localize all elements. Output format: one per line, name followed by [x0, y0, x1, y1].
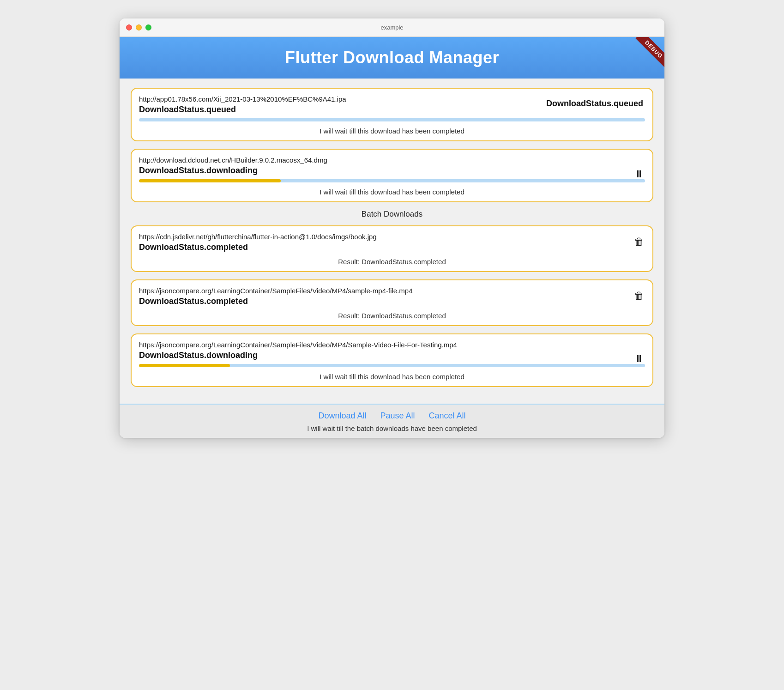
title-bar: example	[120, 18, 664, 37]
progress-fill-2	[139, 179, 281, 182]
close-button[interactable]	[126, 24, 132, 30]
download-status-2: DownloadStatus.downloading	[139, 166, 645, 176]
batch-card-3: https://jsoncompare.org/LearningContaine…	[131, 333, 653, 387]
delete-button-1[interactable]: 🗑	[634, 236, 644, 248]
maximize-button[interactable]	[145, 24, 151, 30]
batch-url-3: https://jsoncompare.org/LearningContaine…	[139, 341, 645, 349]
debug-label: DEBUG	[635, 37, 664, 68]
batch-url-2: https://jsoncompare.org/LearningContaine…	[139, 287, 645, 295]
batch-status-3: DownloadStatus.downloading	[139, 351, 645, 360]
app-title: Flutter Download Manager	[285, 48, 499, 67]
traffic-lights	[126, 24, 151, 30]
result-text-2: Result: DownloadStatus.completed	[139, 310, 645, 321]
download-url-2: http://download.dcloud.net.cn/HBuilder.9…	[139, 156, 645, 164]
download-card-1: http://app01.78x56.com/Xii_2021-03-13%20…	[131, 88, 653, 141]
progress-track-3	[139, 364, 645, 367]
window-title: example	[380, 24, 403, 31]
delete-button-2[interactable]: 🗑	[634, 290, 644, 302]
wait-text-2: I will wait till this download has been …	[139, 186, 645, 197]
app-window: example Flutter Download Manager DEBUG h…	[120, 18, 664, 438]
batch-card-1: https://cdn.jsdelivr.net/gh/flutterchina…	[131, 225, 653, 272]
download-status-right-1: DownloadStatus.queued	[546, 99, 643, 109]
footer: Download All Pause All Cancel All I will…	[120, 404, 664, 438]
result-text-1: Result: DownloadStatus.completed	[139, 256, 645, 266]
batch-status-2: DownloadStatus.completed	[139, 297, 645, 306]
bottom-buttons: Download All Pause All Cancel All	[318, 411, 465, 421]
debug-badge: DEBUG	[627, 37, 664, 74]
wait-text-3: I will wait till this download has been …	[139, 371, 645, 381]
progress-track-1	[139, 118, 645, 121]
wait-text-1: I will wait till this download has been …	[139, 125, 645, 136]
pause-button-3[interactable]: ⏸	[634, 353, 644, 365]
pause-button-2[interactable]: ⏸	[634, 168, 644, 180]
batch-section-label: Batch Downloads	[131, 210, 653, 219]
batch-card-2: https://jsoncompare.org/LearningContaine…	[131, 279, 653, 326]
app-header: Flutter Download Manager DEBUG	[120, 37, 664, 79]
footer-wait-text: I will wait till the batch downloads hav…	[307, 424, 477, 432]
content-area: http://app01.78x56.com/Xii_2021-03-13%20…	[120, 79, 664, 404]
progress-fill-3	[139, 364, 230, 367]
batch-url-1: https://cdn.jsdelivr.net/gh/flutterchina…	[139, 233, 645, 241]
pause-all-button[interactable]: Pause All	[380, 411, 415, 421]
cancel-all-button[interactable]: Cancel All	[429, 411, 466, 421]
minimize-button[interactable]	[136, 24, 142, 30]
download-all-button[interactable]: Download All	[318, 411, 366, 421]
batch-status-1: DownloadStatus.completed	[139, 242, 645, 252]
progress-track-2	[139, 179, 645, 182]
download-card-2: http://download.dcloud.net.cn/HBuilder.9…	[131, 149, 653, 202]
